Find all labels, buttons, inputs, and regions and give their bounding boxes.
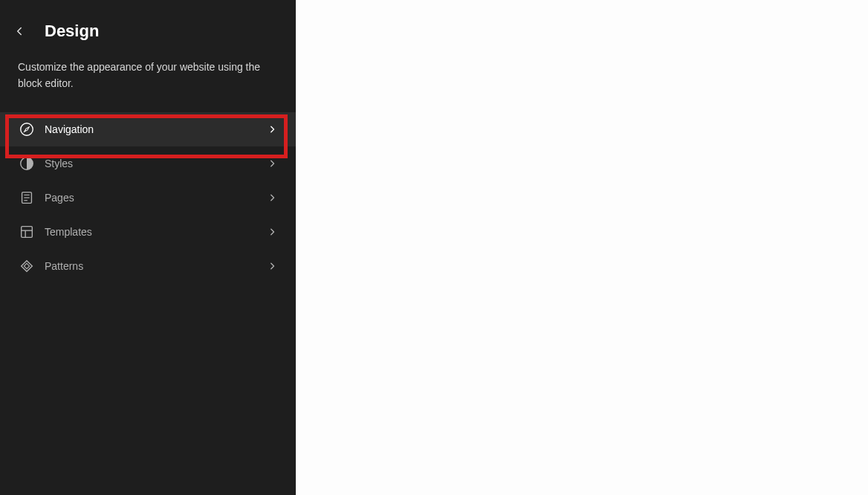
chevron-left-icon xyxy=(13,25,26,38)
menu-item-pages[interactable]: Pages xyxy=(0,181,296,215)
sidebar-header: Design xyxy=(0,0,296,51)
svg-point-0 xyxy=(21,123,33,136)
styles-icon xyxy=(18,155,36,172)
menu-item-label: Pages xyxy=(45,192,266,204)
patterns-icon xyxy=(18,257,36,275)
menu-item-patterns[interactable]: Patterns xyxy=(0,249,296,283)
menu-item-navigation[interactable]: Navigation xyxy=(0,112,296,146)
layout-icon xyxy=(18,223,36,241)
chevron-right-icon xyxy=(266,191,279,204)
compass-icon xyxy=(18,120,36,138)
sidebar: Design Customize the appearance of your … xyxy=(0,0,296,495)
menu-item-label: Templates xyxy=(45,226,266,238)
page-title: Design xyxy=(45,22,99,41)
menu: Navigation Styles xyxy=(0,112,296,283)
page-icon xyxy=(18,189,36,207)
menu-item-label: Patterns xyxy=(45,260,266,272)
menu-item-label: Styles xyxy=(45,158,266,169)
svg-rect-6 xyxy=(22,227,33,238)
main-canvas xyxy=(296,0,868,495)
chevron-right-icon xyxy=(266,157,279,170)
sidebar-container: Design Customize the appearance of your … xyxy=(0,0,296,495)
chevron-right-icon xyxy=(266,225,279,239)
menu-item-templates[interactable]: Templates xyxy=(0,215,296,249)
back-button[interactable] xyxy=(6,18,33,45)
sidebar-description: Customize the appearance of your website… xyxy=(0,51,296,112)
chevron-right-icon xyxy=(266,123,279,136)
menu-item-label: Navigation xyxy=(45,123,266,135)
menu-item-styles[interactable]: Styles xyxy=(0,146,296,181)
chevron-right-icon xyxy=(266,259,279,273)
